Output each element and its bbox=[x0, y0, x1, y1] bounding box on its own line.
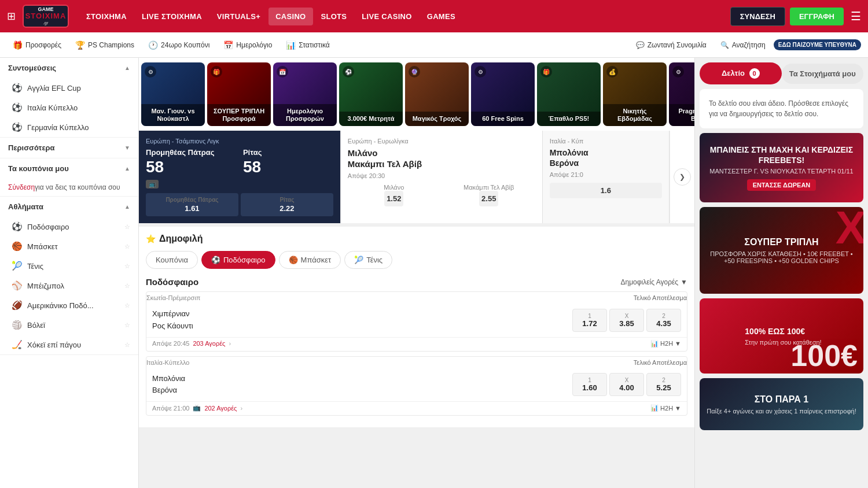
shortcut-italy-cup[interactable]: ⚽ Ιταλία Κύπελλο bbox=[0, 98, 138, 117]
match2-odd2-value: 2.55 bbox=[481, 194, 496, 203]
american-football-icon: 🏈 bbox=[12, 300, 23, 310]
match1-odd1-button[interactable]: Προμηθέας Πάτρας 1.61 bbox=[146, 193, 238, 216]
odd-2-3[interactable]: 2 5.25 bbox=[646, 373, 681, 396]
shortcuts-header[interactable]: Συντομεύσεις ▲ bbox=[0, 58, 138, 78]
promo-para1[interactable]: ΣΤΟ ΠΑΡΑ 1 Παίξε 4+ αγώνες και αν χάσεις… bbox=[700, 378, 863, 430]
match1-league: Ευρώπη - Τσάμπιονς Λιγκ bbox=[146, 138, 333, 145]
nav-24h-coupon[interactable]: 🕐 24ωρο Κουπόνι bbox=[142, 37, 215, 53]
second-nav-right: 💬 Ζωντανή Συνομιλία 🔍 Αναζήτηση ΕΔΩ ΠΑΙΖ… bbox=[630, 38, 861, 53]
promo-ps-cta[interactable]: ΕΝΤΑΣΣΕ ΔΩΡΕΑΝ bbox=[747, 179, 816, 191]
odd-1-1[interactable]: 1 1.72 bbox=[572, 309, 607, 332]
nav-offers[interactable]: 🎁 Προσφορές bbox=[7, 37, 67, 53]
sport-football[interactable]: ⚽ Ποδόσφαιρο ☆ bbox=[0, 217, 138, 236]
betslip-tab-active[interactable]: Δελτίο 0 bbox=[700, 62, 782, 84]
carousel-item-winner[interactable]: 💰 Νικητής Εβδομάδας bbox=[603, 62, 667, 126]
sports-title: Αθλήματα bbox=[8, 202, 43, 211]
promo-100[interactable]: 100% ΕΩΣ 100€ Στην πρώτη σου κατάθεση! 1… bbox=[700, 298, 863, 374]
popular-markets-label: Δημοφιλείς Αγορές bbox=[620, 278, 678, 286]
sport-tennis[interactable]: 🎾 Τένις ☆ bbox=[0, 256, 138, 276]
nav-games[interactable]: GAMES bbox=[420, 8, 462, 25]
shortcut-efl-cup[interactable]: ⚽ Αγγλία EFL Cup bbox=[0, 78, 138, 98]
carousel-item-free-spins[interactable]: ⚙ 60 Free Spins bbox=[471, 62, 535, 126]
tab-basketball[interactable]: 🏀 Μπάσκετ bbox=[279, 251, 341, 269]
register-button[interactable]: ΕΓΓΡΑΦΗ bbox=[790, 8, 844, 25]
more-header[interactable]: Περισσότερα ▼ bbox=[0, 138, 138, 158]
odd-1-3[interactable]: 2 4.35 bbox=[646, 309, 681, 332]
sports-header[interactable]: Αθλήματα ▲ bbox=[0, 197, 138, 217]
match2-odd1-value: 1.52 bbox=[387, 194, 401, 203]
sport-ice-hockey[interactable]: 🏒 Χόκεϊ επί πάγου ☆ bbox=[0, 335, 138, 354]
match-teams-1: Χιμπέρνιαν Ρος Κάουντι bbox=[152, 308, 568, 332]
sport-american-football[interactable]: 🏈 Αμερικάνικο Ποδό... ☆ bbox=[0, 295, 138, 315]
carousel-item-offer-calendar[interactable]: 📅 Ημερολόγιο Προσφορών bbox=[273, 62, 337, 126]
grid-icon[interactable]: ⊞ bbox=[7, 10, 16, 23]
hamburger-icon[interactable]: ☰ bbox=[851, 9, 861, 23]
star-icon-2[interactable]: ☆ bbox=[124, 263, 130, 270]
star-icon-4[interactable]: ☆ bbox=[124, 302, 130, 309]
match1-odd2-button[interactable]: Ρίτας 2.22 bbox=[241, 193, 333, 216]
sport-baseball[interactable]: ⚾ Μπέιζμπολ ☆ bbox=[0, 276, 138, 295]
promo-ps-champions[interactable]: ΜΠΑΙΝΕΙΣ ΣΤΗ ΜΑΧΗ ΚΑΙ ΚΕΡΔΙΖΕΙΣ FREEBETS… bbox=[700, 133, 863, 202]
match-row-bottom-1: Απόψε 20:45 203 Αγορές › 📊 H2H ▼ bbox=[146, 337, 687, 351]
nav-calendar[interactable]: 📅 Ημερολόγιο bbox=[218, 37, 278, 53]
tab-football[interactable]: ⚽ Ποδόσφαιρο bbox=[201, 251, 275, 269]
logo[interactable]: GAME STOIXIMA .gr bbox=[23, 5, 69, 28]
nav-statistics[interactable]: 📊 Στατιστικά bbox=[280, 37, 335, 53]
carousel-label-7: Νικητής Εβδομάδας bbox=[606, 108, 663, 123]
shortcuts-section: Συντομεύσεις ▲ ⚽ Αγγλία EFL Cup ⚽ Ιταλία… bbox=[0, 58, 138, 138]
carousel-item-magic-wheel[interactable]: 🔮 Μαγικός Τροχός bbox=[405, 62, 469, 126]
odd-2-1[interactable]: 1 1.60 bbox=[572, 373, 607, 396]
h2h-button-1[interactable]: 📊 H2H ▼ bbox=[650, 340, 681, 347]
nav-live-casino[interactable]: LIVE CASINO bbox=[355, 8, 418, 25]
carousel-item-ps5[interactable]: 🎁 Έπαθλο PS5! bbox=[537, 62, 601, 126]
match-teams-2: Μπολόνια Βερόνα bbox=[152, 373, 568, 397]
odd-1-2[interactable]: Χ 3.85 bbox=[609, 309, 644, 332]
tab-coupons[interactable]: Κουπόνια bbox=[146, 251, 198, 269]
carousel-item-3000[interactable]: ⚽ 3.000€ Μετρητά bbox=[339, 62, 403, 126]
carousel-item-super-triple[interactable]: 🎁 ΣΟΥΠΕΡ ΤΡΙΠΛΗ Προσφορά bbox=[207, 62, 271, 126]
match3-league: Ιταλία - Κύπ bbox=[550, 138, 662, 145]
betslip-active-label: Δελτίο bbox=[722, 69, 745, 77]
nav-live-stoixima[interactable]: LIVE ΣΤΟΙΧΗΜΑ bbox=[135, 8, 209, 25]
nav-casino[interactable]: CASINO bbox=[269, 8, 312, 25]
betslip-empty-message: Το δελτίο σου είναι άδειο. Πρόσθεσε επιλ… bbox=[700, 89, 863, 128]
arrow-markets-1[interactable]: › bbox=[229, 340, 231, 347]
match-cards-next-button[interactable]: ❯ bbox=[674, 168, 691, 186]
nav-ps-champions[interactable]: 🏆 PS Champions bbox=[69, 37, 140, 53]
sport-label-6: Χόκεϊ επί πάγου bbox=[27, 341, 120, 349]
sport-label-3: Μπέιζμπολ bbox=[27, 282, 120, 290]
betslip-tab-my-bets[interactable]: Τα Στοιχήματά μου bbox=[782, 64, 864, 84]
carousel-item-ps-champs[interactable]: ⚙ Μαν. Γιουν. vs Νιούκαστλ bbox=[141, 62, 205, 126]
odd-2-2[interactable]: Χ 4.00 bbox=[609, 373, 644, 396]
arrow-markets-2[interactable]: › bbox=[240, 405, 242, 412]
promo-super-triple[interactable]: X ΣΟΥΠΕΡ ΤΡΙΠΛΗ ΠΡΟΣΦΟΡΑ ΧΩΡΙΣ ΚΑΤΑΘΕΣΗ … bbox=[700, 207, 863, 294]
markets-link-1[interactable]: 203 Αγορές bbox=[193, 340, 225, 347]
match2-league: Ευρώπη - Ευρωλίγκα bbox=[348, 138, 535, 145]
nav-stoixima[interactable]: ΣΤΟΙΧΗΜΑ bbox=[79, 8, 134, 25]
shortcut-germany-cup[interactable]: ⚽ Γερμανία Κύπελλο bbox=[0, 117, 138, 137]
sport-basketball[interactable]: 🏀 Μπάσκετ ☆ bbox=[0, 236, 138, 256]
h2h-button-2[interactable]: 📊 H2H ▼ bbox=[650, 404, 681, 412]
nav-virtuals[interactable]: VIRTUALS+ bbox=[210, 8, 267, 25]
search-button[interactable]: 🔍 Αναζήτηση bbox=[715, 38, 771, 53]
popular-markets-button[interactable]: Δημοφιλείς Αγορές ▼ bbox=[620, 278, 687, 286]
star-icon-1[interactable]: ☆ bbox=[124, 243, 130, 250]
star-icon-0[interactable]: ☆ bbox=[124, 223, 130, 231]
nav-slots[interactable]: SLOTS bbox=[314, 8, 354, 25]
markets-link-2[interactable]: 202 Αγορές bbox=[204, 405, 237, 412]
promo-100-text: 100% ΕΩΣ 100€ Στην πρώτη σου κατάθεση! bbox=[735, 320, 827, 352]
live-chat-button[interactable]: 💬 Ζωντανή Συνομιλία bbox=[630, 38, 712, 53]
coupons-header[interactable]: Τα κουπόνια μου ▲ bbox=[0, 158, 138, 179]
star-icon-6[interactable]: ☆ bbox=[124, 341, 130, 349]
match2-odd1-button[interactable]: 1.52 bbox=[384, 191, 403, 206]
match2-odd2-button[interactable]: 2.55 bbox=[479, 191, 498, 206]
carousel-item-pragmatic[interactable]: ⚙ Pragmatic Buy Bonus bbox=[669, 62, 694, 126]
logo-area: GAME STOIXIMA .gr bbox=[23, 5, 69, 28]
login-button[interactable]: ΣΥΝΔΕΣΗ bbox=[730, 7, 785, 26]
sport-volleyball[interactable]: 🏐 Βόλεϊ ☆ bbox=[0, 315, 138, 335]
star-icon-5[interactable]: ☆ bbox=[124, 321, 130, 329]
tab-tennis[interactable]: 🎾 Τένις bbox=[344, 251, 392, 269]
star-icon-3[interactable]: ☆ bbox=[124, 282, 130, 290]
coupon-login-link[interactable]: Σύνδεση bbox=[8, 183, 35, 191]
match3-odd1-button[interactable]: 1.6 bbox=[550, 183, 662, 198]
